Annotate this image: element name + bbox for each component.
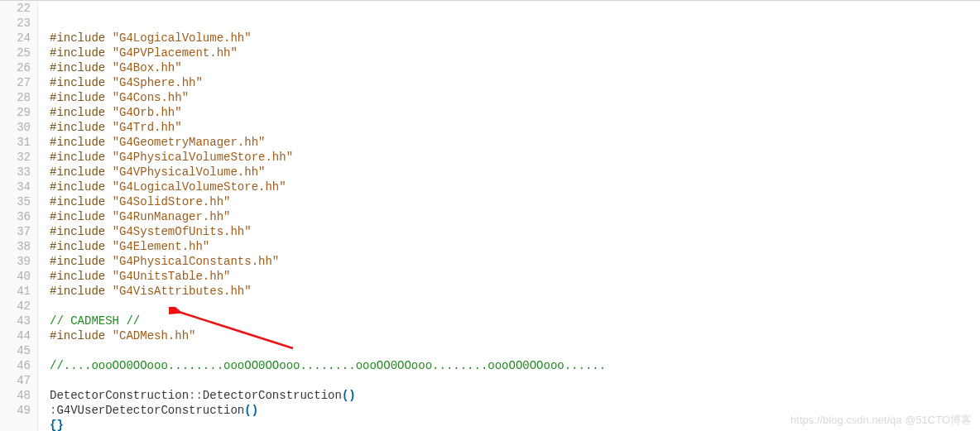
code-line: #include "CADMesh.hh"	[50, 328, 980, 343]
line-number: 26	[0, 60, 31, 75]
line-number: 36	[0, 209, 31, 224]
line-number: 41	[0, 284, 31, 299]
code-line: #include "G4SolidStore.hh"	[50, 194, 980, 209]
line-number: 34	[0, 180, 31, 194]
code-line: #include "G4Box.hh"	[50, 60, 980, 75]
line-number: 32	[0, 150, 31, 165]
line-number: 40	[0, 269, 31, 284]
line-number: 33	[0, 165, 31, 180]
code-line: //....oooOO0OOooo........oooOO0OOooo....…	[50, 358, 980, 373]
code-line: #include "G4Trd.hh"	[50, 120, 980, 135]
line-number: 30	[0, 120, 31, 135]
code-line: #include "G4SystemOfUnits.hh"	[50, 224, 980, 239]
line-number: 23	[0, 16, 31, 31]
code-line: #include "G4Cons.hh"	[50, 90, 980, 105]
line-number: 48	[0, 388, 31, 403]
code-line	[50, 343, 980, 358]
code-line: DetectorConstruction::DetectorConstructi…	[50, 388, 980, 403]
line-number: 46	[0, 358, 31, 373]
code-line: #include "G4UnitsTable.hh"	[50, 269, 980, 284]
code-editor: 2223242526272829303132333435363738394041…	[0, 1, 980, 431]
line-number: 22	[0, 1, 31, 16]
line-number: 37	[0, 224, 31, 239]
line-number: 47	[0, 373, 31, 388]
code-line: #include "G4VisAttributes.hh"	[50, 284, 980, 299]
code-area: #include "G4LogicalVolume.hh"#include "G…	[38, 1, 980, 431]
line-number: 31	[0, 135, 31, 150]
line-number: 25	[0, 45, 31, 60]
line-number: 45	[0, 343, 31, 358]
code-line	[50, 299, 980, 314]
line-number: 38	[0, 239, 31, 254]
code-line: #include "G4GeometryManager.hh"	[50, 135, 980, 150]
code-line: #include "G4PhysicalVolumeStore.hh"	[50, 150, 980, 165]
line-number: 27	[0, 75, 31, 90]
code-line: #include "G4Sphere.hh"	[50, 75, 980, 90]
line-number-gutter: 2223242526272829303132333435363738394041…	[0, 1, 38, 431]
line-number: 35	[0, 194, 31, 209]
code-line: #include "G4RunManager.hh"	[50, 209, 980, 224]
code-line: {}	[50, 418, 980, 431]
line-number: 29	[0, 105, 31, 120]
line-number: 43	[0, 314, 31, 328]
line-number: 49	[0, 403, 31, 418]
line-number: 39	[0, 254, 31, 269]
code-line: #include "G4PVPlacement.hh"	[50, 45, 980, 60]
line-number: 44	[0, 328, 31, 343]
line-number: 28	[0, 90, 31, 105]
line-number: 42	[0, 299, 31, 314]
line-number: 24	[0, 31, 31, 45]
code-line: #include "G4VPhysicalVolume.hh"	[50, 165, 980, 180]
code-line: #include "G4LogicalVolumeStore.hh"	[50, 180, 980, 194]
code-line: #include "G4Orb.hh"	[50, 105, 980, 120]
code-line: #include "G4PhysicalConstants.hh"	[50, 254, 980, 269]
code-line: #include "G4Element.hh"	[50, 239, 980, 254]
code-line: #include "G4LogicalVolume.hh"	[50, 31, 980, 45]
code-line: :G4VUserDetectorConstruction()	[50, 403, 980, 418]
code-line	[50, 373, 980, 388]
code-line: // CADMESH //	[50, 314, 980, 328]
